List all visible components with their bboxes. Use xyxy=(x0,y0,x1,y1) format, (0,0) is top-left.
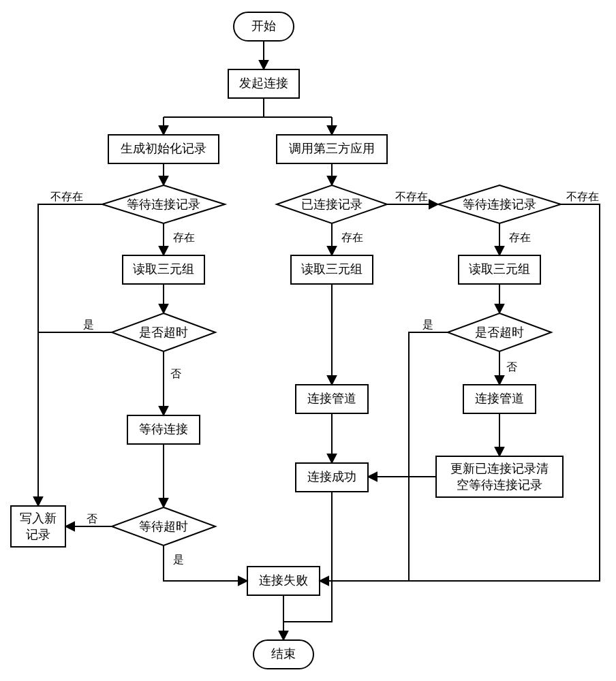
updateclear-line2: 空等待连接记录 xyxy=(457,478,542,492)
node-waitconnrec-right: 等待连接记录 xyxy=(438,185,561,223)
lbl-exist-2: 存在 xyxy=(341,232,363,243)
waittimeout-label: 等待超时 xyxy=(139,520,188,533)
node-writenew: 写入新 记录 xyxy=(11,506,65,547)
writenew-line2: 记录 xyxy=(26,528,50,541)
connectedrec-label: 已连接记录 xyxy=(301,197,363,211)
node-connfail: 连接失败 xyxy=(247,567,320,595)
lbl-no-1: 否 xyxy=(170,368,181,379)
end-label: 结束 xyxy=(271,647,296,661)
connfail-label: 连接失败 xyxy=(259,573,308,587)
node-connpipe-right: 连接管道 xyxy=(463,385,536,413)
node-connpipe-mid: 连接管道 xyxy=(296,385,368,413)
node-waitconnrec-left: 等待连接记录 xyxy=(102,185,225,223)
lbl-no-2: 否 xyxy=(506,361,517,373)
connsuccess-label: 连接成功 xyxy=(307,470,356,484)
edge-waitconnrecR-notexist xyxy=(320,204,600,581)
updateclear-line1: 更新已连接记录清 xyxy=(450,462,549,475)
callthird-label: 调用第三方应用 xyxy=(289,142,375,155)
edge-waitconnrecL-notexist xyxy=(38,204,102,506)
lbl-no-3: 否 xyxy=(87,513,97,524)
readtriple-right-label: 读取三元组 xyxy=(469,262,530,276)
lbl-yes-3: 是 xyxy=(173,554,184,565)
node-connsuccess: 连接成功 xyxy=(296,463,368,492)
waitconnrec-left-label: 等待连接记录 xyxy=(127,197,200,211)
edge-connsuccess-end xyxy=(283,492,332,622)
node-readtriple-right: 读取三元组 xyxy=(459,255,540,284)
node-connectedrec: 已连接记录 xyxy=(277,185,387,223)
lbl-notexist-3: 不存在 xyxy=(566,191,599,202)
lbl-exist-3: 存在 xyxy=(509,232,531,243)
lbl-notexist-2: 不存在 xyxy=(395,191,428,202)
flowchart-svg: 开始 发起连接 生成初始化记录 调用第三方应用 等待连接记录 已连接记录 等待连… xyxy=(0,0,616,681)
node-waittimeout: 等待超时 xyxy=(112,507,215,545)
timeout-left-label: 是否超时 xyxy=(139,326,188,339)
initiate-label: 发起连接 xyxy=(239,76,288,90)
node-geninit: 生成初始化记录 xyxy=(108,135,219,163)
lbl-yes-2: 是 xyxy=(422,319,433,330)
lbl-notexist-1: 不存在 xyxy=(50,191,83,202)
node-start: 开始 xyxy=(234,12,294,41)
node-timeout-left: 是否超时 xyxy=(112,313,215,351)
waitconn-label: 等待连接 xyxy=(139,422,188,436)
writenew-line1: 写入新 xyxy=(20,511,57,525)
timeout-right-label: 是否超时 xyxy=(475,326,524,339)
connpipe-right-label: 连接管道 xyxy=(475,392,524,405)
node-initiate: 发起连接 xyxy=(228,69,299,98)
connpipe-mid-label: 连接管道 xyxy=(307,392,356,405)
node-timeout-right: 是否超时 xyxy=(448,313,551,351)
node-callthird: 调用第三方应用 xyxy=(277,135,387,163)
waitconnrec-right-label: 等待连接记录 xyxy=(463,197,536,211)
lbl-yes-1: 是 xyxy=(83,319,94,330)
node-readtriple-mid: 读取三元组 xyxy=(291,255,373,284)
start-label: 开始 xyxy=(251,19,276,33)
node-end: 结束 xyxy=(253,640,313,669)
lbl-exist-1: 存在 xyxy=(173,232,195,243)
readtriple-left-label: 读取三元组 xyxy=(133,262,194,276)
geninit-label: 生成初始化记录 xyxy=(121,142,206,155)
readtriple-mid-label: 读取三元组 xyxy=(301,262,363,276)
node-readtriple-left: 读取三元组 xyxy=(123,255,204,284)
node-waitconn: 等待连接 xyxy=(127,415,200,444)
node-updateclear: 更新已连接记录清 空等待连接记录 xyxy=(436,456,563,497)
